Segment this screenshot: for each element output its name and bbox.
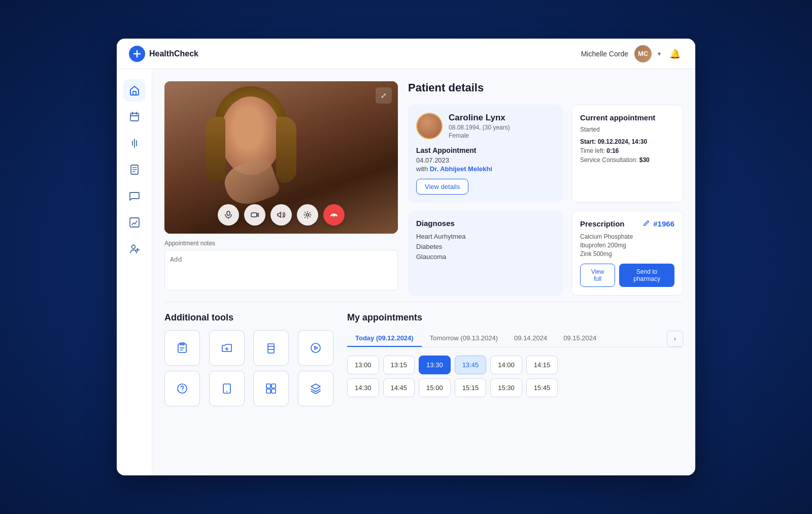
- time-slot-1515[interactable]: 15:15: [455, 378, 487, 397]
- last-appointment-date: 04.07.2023: [416, 156, 555, 164]
- time-slot-1300[interactable]: 13:00: [347, 356, 379, 374]
- hangup-button[interactable]: [323, 204, 345, 226]
- patient-identity: Caroline Lynx 08.08.1994, (30 years) Fem…: [416, 113, 555, 139]
- prescription-card: Prescription #1966: [571, 211, 683, 296]
- logo-text: HealthCheck: [149, 49, 198, 58]
- settings-button[interactable]: [297, 204, 318, 226]
- send-to-pharmacy-button[interactable]: Send to pharmacy: [619, 264, 674, 287]
- sidebar-item-home[interactable]: [123, 79, 146, 102]
- app-window: HealthCheck Michelle Corde MC ▾ 🔔: [117, 39, 695, 475]
- time-slot-1530[interactable]: 15:30: [490, 378, 522, 397]
- time-slot-1545[interactable]: 15:45: [526, 378, 558, 397]
- svg-rect-10: [268, 349, 274, 353]
- logo-area: HealthCheck: [129, 46, 198, 62]
- patient-avatar: [416, 113, 443, 139]
- date-tab-sept15[interactable]: 09.15.2024: [555, 330, 604, 347]
- notes-textarea[interactable]: [164, 250, 398, 291]
- prescription-actions: View full Send to pharmacy: [580, 264, 674, 287]
- date-tabs: Today (09.12.2024) Tomorrow (09.13.2024)…: [347, 330, 683, 347]
- sidebar-item-reports[interactable]: [123, 211, 146, 234]
- patient-info-card: Caroline Lynx 08.08.1994, (30 years) Fem…: [408, 105, 563, 203]
- top-section: ⤢: [152, 69, 695, 302]
- time-slot-1500[interactable]: 15:00: [419, 378, 451, 397]
- tool-grid[interactable]: [253, 371, 289, 406]
- sidebar-item-vitals[interactable]: [123, 132, 146, 154]
- tool-clipboard[interactable]: [164, 330, 200, 366]
- time-slot-1415[interactable]: 14:15: [526, 356, 558, 374]
- prescription-title: Prescription: [580, 219, 625, 228]
- logo-icon: [129, 46, 145, 62]
- diagnoses-title: Diagnoses: [416, 219, 555, 228]
- user-avatar[interactable]: MC: [634, 45, 652, 62]
- sidebar-item-calendar[interactable]: [123, 106, 146, 128]
- header-right: Michelle Corde MC ▾ 🔔: [581, 45, 683, 62]
- header: HealthCheck Michelle Corde MC ▾ 🔔: [117, 39, 695, 69]
- diagnoses-prescription-row: Diagnoses Heart Aurhytmea Diabetes Glauc…: [408, 211, 683, 296]
- svg-point-4: [131, 245, 135, 249]
- time-slots-row-2: 14:30 14:45 15:00 15:15 15:30 15:45: [347, 378, 683, 397]
- svg-rect-1: [130, 113, 139, 121]
- video-controls: [218, 204, 345, 226]
- chevron-down-icon[interactable]: ▾: [658, 50, 661, 57]
- date-tab-today[interactable]: Today (09.12.2024): [347, 330, 422, 347]
- diagnosis-item: Heart Aurhytmea: [416, 233, 555, 240]
- date-tab-sept14[interactable]: 09.14.2024: [506, 330, 555, 347]
- current-appointment-title: Current appointment: [580, 113, 674, 122]
- video-container: ⤢: [164, 81, 398, 234]
- current-appointment-card: Current appointment Started Start: 09.12…: [571, 105, 683, 203]
- rx-medication-3: Zink 500mg: [580, 250, 674, 258]
- patient-details-title: Patient details: [408, 81, 683, 94]
- patient-name-block: Caroline Lynx 08.08.1994, (30 years) Fem…: [449, 113, 510, 139]
- sidebar: [117, 69, 152, 475]
- time-slot-1315[interactable]: 13:15: [383, 356, 415, 374]
- expand-video-button[interactable]: ⤢: [376, 87, 392, 104]
- date-tabs-next-arrow[interactable]: ›: [667, 331, 683, 347]
- tool-layers[interactable]: [298, 371, 333, 406]
- tool-play-circle[interactable]: [298, 330, 333, 366]
- view-details-button[interactable]: View details: [416, 179, 468, 195]
- svg-rect-17: [266, 384, 270, 388]
- appointment-notes-area: Appointment notes: [164, 240, 398, 291]
- svg-rect-20: [272, 389, 276, 393]
- tool-printer[interactable]: [253, 330, 289, 366]
- svg-point-12: [311, 343, 320, 352]
- appointment-status: Started: [580, 126, 674, 133]
- svg-point-7: [307, 214, 309, 216]
- view-full-button[interactable]: View full: [580, 264, 615, 287]
- time-slot-1345[interactable]: 13:45: [455, 356, 487, 374]
- edit-prescription-icon[interactable]: [643, 219, 650, 228]
- appointments-title: My appointments: [347, 312, 683, 323]
- mic-button[interactable]: [218, 204, 239, 226]
- svg-point-11: [274, 347, 275, 348]
- svg-rect-5: [227, 211, 230, 215]
- sidebar-item-patients[interactable]: [123, 238, 146, 260]
- camera-button[interactable]: [244, 204, 265, 226]
- patient-details-panel: Patient details Caroline Lynx 08.08.1994…: [408, 81, 683, 296]
- additional-tools-title: Additional tools: [164, 312, 337, 323]
- svg-point-13: [178, 384, 187, 393]
- tool-help[interactable]: [164, 371, 200, 406]
- time-slot-1400[interactable]: 14:00: [490, 356, 522, 374]
- patient-gender: Female: [449, 132, 510, 139]
- notification-bell-icon[interactable]: 🔔: [667, 46, 683, 62]
- time-slot-1430[interactable]: 14:30: [347, 378, 379, 397]
- date-tab-tomorrow[interactable]: Tomorrow (09.13.2024): [422, 330, 506, 347]
- svg-point-14: [182, 391, 183, 392]
- tool-folder-add[interactable]: [209, 330, 245, 366]
- notes-label: Appointment notes: [164, 240, 398, 247]
- svg-rect-18: [272, 384, 276, 388]
- svg-rect-3: [130, 218, 139, 227]
- diagnosis-item: Glaucoma: [416, 253, 555, 261]
- diagnosis-item: Diabetes: [416, 243, 555, 250]
- prescription-id: #1966: [653, 219, 674, 228]
- sidebar-item-chat[interactable]: [123, 185, 146, 207]
- additional-tools-panel: Additional tools: [164, 312, 337, 463]
- time-slot-1445[interactable]: 14:45: [383, 378, 415, 397]
- tool-tablet[interactable]: [209, 371, 245, 406]
- patient-name: Caroline Lynx: [449, 113, 510, 123]
- time-slot-1330[interactable]: 13:30: [419, 356, 451, 374]
- speaker-button[interactable]: [270, 204, 292, 226]
- last-appointment-doctor: with Dr. Abhijeet Melekhi: [416, 165, 555, 173]
- main-layout: ⤢: [117, 69, 695, 475]
- sidebar-item-documents[interactable]: [123, 158, 146, 181]
